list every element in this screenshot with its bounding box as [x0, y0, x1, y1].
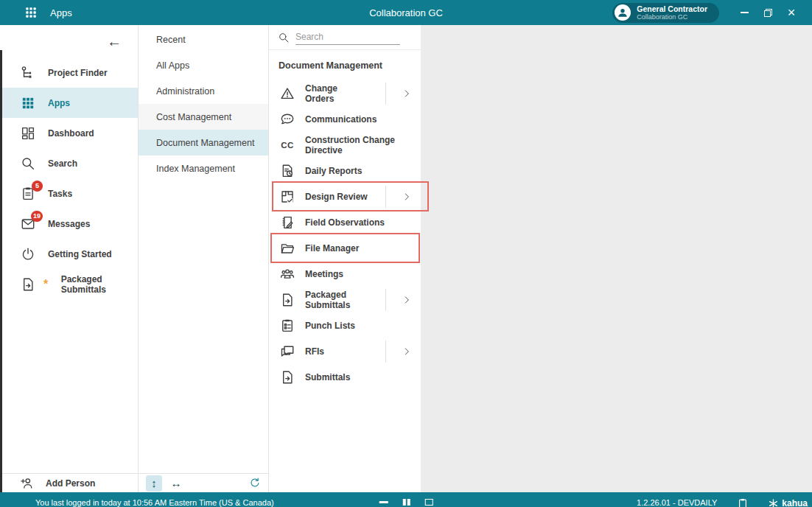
sidebar-item-label: Apps [48, 98, 70, 108]
submenu-chevron-icon[interactable] [402, 346, 412, 357]
people-group-icon [279, 265, 296, 283]
app-item-label: Design Review [305, 192, 368, 202]
apps-list-panel: Document Management Change Orders Commun… [269, 25, 421, 492]
divider [385, 340, 386, 363]
sidebar-item-messages[interactable]: 19 Messages [0, 209, 138, 239]
sidebar-item-getting-started[interactable]: Getting Started [0, 239, 138, 269]
category-label: Document Management [156, 138, 254, 148]
category-all-apps[interactable]: All Apps [139, 52, 268, 78]
project-finder-icon [19, 64, 37, 82]
app-item-label: Field Observations [305, 217, 385, 228]
app-item-label: RFIs [305, 346, 324, 357]
sidebar-item-label: Tasks [48, 189, 72, 199]
app-item-punch-lists[interactable]: Punch Lists [269, 312, 421, 338]
restore-window-button[interactable] [756, 2, 780, 23]
messages-envelope-icon: 19 [19, 215, 37, 233]
report-clock-icon [279, 162, 296, 180]
sidebar-item-project-finder[interactable]: Project Finder [0, 57, 138, 88]
messages-badge: 19 [31, 211, 43, 222]
sidebar-item-tasks[interactable]: 5 Tasks [0, 178, 138, 209]
titlebar: Apps Collaboration GC General Contractor… [0, 0, 812, 25]
collapse-sidebar-button[interactable] [107, 33, 122, 50]
apps-grid-icon [19, 94, 37, 112]
app-item-daily-reports[interactable]: Daily Reports [269, 158, 421, 183]
avatar [615, 4, 631, 21]
refresh-button[interactable] [248, 477, 261, 489]
search-input[interactable] [295, 30, 400, 45]
content-area: Project Finder Apps Dashboard Search 5 [0, 25, 812, 492]
document-arrow-icon [19, 276, 37, 293]
section-title: Document Management [279, 60, 421, 71]
main-empty-area [421, 25, 812, 492]
category-administration[interactable]: Administration [139, 78, 268, 104]
field-book-icon [279, 214, 296, 231]
app-item-field-observations[interactable]: Field Observations [269, 209, 421, 235]
list-view-icon[interactable] [379, 501, 388, 503]
app-item-design-review[interactable]: Design Review [269, 183, 421, 209]
minimize-button[interactable] [732, 2, 756, 23]
category-label: All Apps [156, 60, 189, 71]
document-arrow-icon [279, 368, 296, 386]
expand-horizontal-button[interactable] [168, 475, 184, 492]
close-button[interactable] [780, 2, 803, 23]
sidebar-item-label: Getting Started [48, 249, 112, 259]
brand-name: kahua [782, 498, 808, 507]
sidebar-item-label: Dashboard [48, 128, 94, 139]
version-label: 1.2.26.01 - DEVDAILY [637, 498, 717, 507]
submenu-chevron-icon[interactable] [402, 192, 412, 202]
app-item-meetings[interactable]: Meetings [269, 261, 421, 287]
app-item-submittals[interactable]: Submittals [269, 364, 421, 390]
punch-list-icon [279, 317, 296, 335]
apps-grid-icon[interactable] [22, 4, 40, 21]
minimize-icon [741, 12, 749, 13]
last-login-message: You last logged in today at 10:56 AM Eas… [35, 498, 274, 507]
divider [385, 289, 386, 311]
tasks-clipboard-icon: 5 [19, 185, 37, 203]
speech-bubble-icon [279, 111, 296, 128]
category-index-management[interactable]: Index Management [139, 155, 268, 181]
sidebar-item-label: Packaged Submittals [61, 274, 138, 295]
status-bar: You last logged in today at 10:56 AM Eas… [0, 492, 812, 507]
submenu-chevron-icon[interactable] [402, 88, 412, 99]
app-item-label: Daily Reports [305, 166, 362, 176]
add-person-button[interactable]: Add Person [0, 473, 138, 492]
app-item-construction-change-directive[interactable]: CC Construction Change Directive [269, 132, 421, 158]
sidebar-item-label: Messages [48, 219, 90, 229]
window-edge [0, 50, 2, 492]
dashboard-icon [19, 125, 37, 142]
restore-window-icon [764, 9, 772, 17]
sidebar-item-packaged-submittals[interactable]: * Packaged Submittals [0, 269, 138, 299]
app-item-label: Construction Change Directive [305, 135, 421, 155]
category-recent[interactable]: Recent [139, 27, 268, 52]
divider [385, 83, 386, 105]
sidebar-item-dashboard[interactable]: Dashboard [0, 118, 138, 148]
app-item-communications[interactable]: Communications [269, 106, 421, 132]
app-item-label: Change Orders [305, 83, 368, 104]
sidebar-item-apps[interactable]: Apps [0, 88, 138, 118]
app-item-packaged-submittals[interactable]: Packaged Submittals [269, 287, 421, 312]
category-cost-management[interactable]: Cost Management [139, 104, 268, 130]
app-item-label: Submittals [305, 372, 350, 382]
tasks-badge: 5 [32, 181, 43, 192]
category-document-management[interactable]: Document Management [139, 130, 268, 155]
app-item-file-manager[interactable]: File Manager [269, 235, 421, 261]
user-account-button[interactable]: General Contractor Collaboration GC [612, 3, 719, 23]
clipboard-icon[interactable] [738, 498, 748, 507]
user-account: Collaboration GC [637, 13, 707, 21]
app-item-label: Punch Lists [305, 321, 355, 331]
submenu-chevron-icon[interactable] [402, 295, 412, 305]
category-label: Administration [156, 86, 214, 97]
refresh-icon [248, 477, 261, 489]
category-label: Cost Management [156, 112, 231, 122]
app-item-rfis[interactable]: RFIs [269, 338, 421, 364]
sidebar-item-search[interactable]: Search [0, 148, 138, 178]
divider [385, 186, 386, 208]
window-view-icon[interactable] [424, 499, 433, 506]
sidebar-item-label: Search [48, 158, 77, 169]
titlebar-apps-label: Apps [50, 7, 72, 18]
expand-vertical-button[interactable] [146, 475, 162, 492]
app-item-change-orders[interactable]: Change Orders [269, 80, 421, 106]
folder-icon [279, 239, 296, 257]
search-icon [19, 155, 37, 172]
split-view-icon[interactable] [403, 499, 410, 506]
